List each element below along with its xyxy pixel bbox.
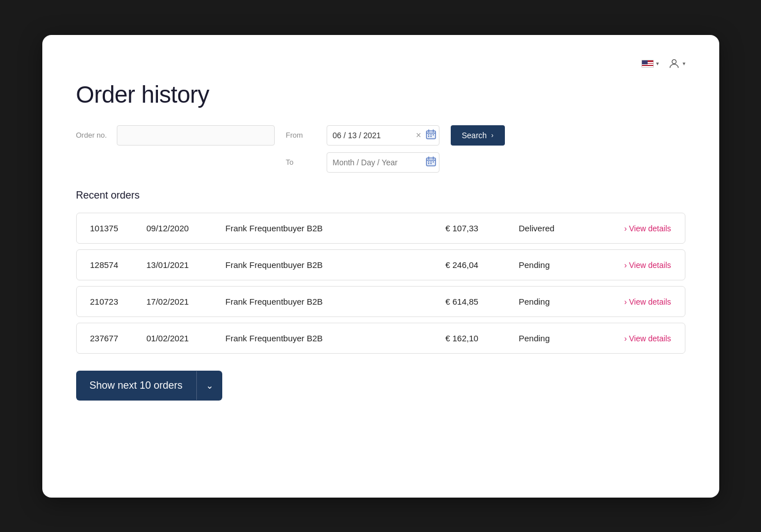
svg-rect-6 xyxy=(430,134,432,135)
to-date-actions xyxy=(425,155,437,169)
svg-rect-18 xyxy=(430,163,432,164)
order-date: 01/02/2021 xyxy=(147,333,226,343)
order-customer: Frank Frequentbuyer B2B xyxy=(226,260,446,270)
to-date-wrapper xyxy=(327,152,439,173)
language-selector[interactable]: ▾ xyxy=(641,60,659,68)
order-id: 210723 xyxy=(90,297,147,306)
order-id: 128574 xyxy=(90,260,147,270)
svg-rect-9 xyxy=(430,136,432,137)
order-date: 13/01/2021 xyxy=(147,260,226,270)
order-action[interactable]: › View details xyxy=(592,333,671,343)
to-date-calendar-button[interactable] xyxy=(425,155,437,169)
svg-rect-17 xyxy=(428,163,429,164)
order-amount: € 246,04 xyxy=(446,260,519,270)
order-action[interactable]: › View details xyxy=(592,223,671,233)
table-row: 128574 13/01/2021 Frank Frequentbuyer B2… xyxy=(76,249,685,280)
show-next-orders-button[interactable]: Show next 10 orders ⌄ xyxy=(76,371,222,401)
svg-rect-7 xyxy=(433,134,434,135)
order-amount: € 162,10 xyxy=(446,333,519,343)
calendar-icon xyxy=(426,156,436,166)
order-customer: Frank Frequentbuyer B2B xyxy=(226,333,446,343)
from-date-actions: × xyxy=(415,128,437,142)
view-details-link[interactable]: › View details xyxy=(624,334,671,343)
svg-rect-5 xyxy=(428,134,429,135)
table-row: 210723 17/02/2021 Frank Frequentbuyer B2… xyxy=(76,286,685,317)
search-arrow-icon: › xyxy=(491,131,494,139)
order-status: Pending xyxy=(519,333,592,343)
to-label: To xyxy=(286,158,320,166)
order-date: 17/02/2021 xyxy=(147,297,226,306)
svg-rect-16 xyxy=(433,161,434,162)
from-date-clear-button[interactable]: × xyxy=(415,130,422,141)
date-fields: From × xyxy=(286,125,439,173)
order-id: 101375 xyxy=(90,223,147,233)
search-bar: Order no. From × xyxy=(76,125,685,173)
order-status: Pending xyxy=(519,260,592,270)
show-more-chevron-icon: ⌄ xyxy=(196,371,222,400)
svg-rect-14 xyxy=(428,161,429,162)
table-row: 237677 01/02/2021 Frank Frequentbuyer B2… xyxy=(76,323,685,354)
search-button-label: Search xyxy=(462,131,487,140)
view-details-link[interactable]: › View details xyxy=(624,297,671,306)
order-customer: Frank Frequentbuyer B2B xyxy=(226,297,446,306)
main-window: ▾ ▾ Order history Order no. From xyxy=(42,35,719,498)
orders-list: 101375 09/12/2020 Frank Frequentbuyer B2… xyxy=(76,213,685,354)
user-icon xyxy=(668,58,680,70)
view-details-link[interactable]: › View details xyxy=(624,261,671,270)
page-title: Order history xyxy=(76,81,685,108)
view-details-link[interactable]: › View details xyxy=(624,224,671,233)
order-amount: € 614,85 xyxy=(446,297,519,306)
from-date-wrapper: × xyxy=(327,125,439,146)
user-menu-button[interactable]: ▾ xyxy=(668,58,685,70)
from-date-row: From × xyxy=(286,125,439,146)
to-date-row: To xyxy=(286,152,439,173)
order-customer: Frank Frequentbuyer B2B xyxy=(226,223,446,233)
order-no-input[interactable] xyxy=(117,125,275,146)
to-date-input[interactable] xyxy=(327,152,439,173)
order-action[interactable]: › View details xyxy=(592,297,671,306)
svg-rect-8 xyxy=(428,136,429,137)
order-date: 09/12/2020 xyxy=(147,223,226,233)
lang-chevron-icon: ▾ xyxy=(656,60,659,67)
section-title: Recent orders xyxy=(76,190,685,201)
order-number-group: Order no. xyxy=(76,125,275,146)
order-id: 237677 xyxy=(90,333,147,343)
calendar-icon xyxy=(426,129,436,139)
top-bar: ▾ ▾ xyxy=(76,58,685,70)
svg-point-0 xyxy=(672,59,676,63)
user-chevron-icon: ▾ xyxy=(683,60,685,67)
order-no-label: Order no. xyxy=(76,131,110,139)
order-status: Delivered xyxy=(519,223,592,233)
flag-icon xyxy=(641,60,654,68)
svg-rect-15 xyxy=(430,161,432,162)
order-amount: € 107,33 xyxy=(446,223,519,233)
from-date-calendar-button[interactable] xyxy=(425,128,437,142)
search-button[interactable]: Search › xyxy=(451,125,505,146)
order-status: Pending xyxy=(519,297,592,306)
table-row: 101375 09/12/2020 Frank Frequentbuyer B2… xyxy=(76,213,685,244)
show-more-label: Show next 10 orders xyxy=(76,371,196,401)
from-label: From xyxy=(286,131,320,139)
order-action[interactable]: › View details xyxy=(592,260,671,270)
